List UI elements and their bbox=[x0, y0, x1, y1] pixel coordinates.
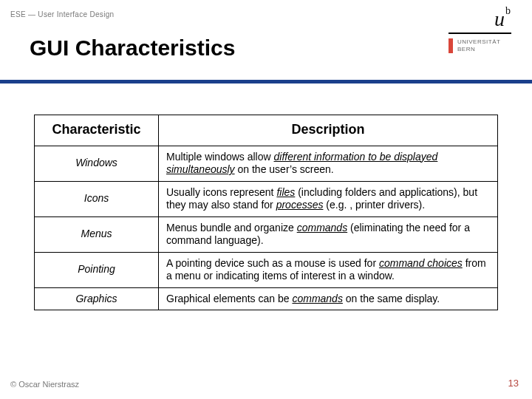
cell-name: Pointing bbox=[35, 252, 159, 287]
footer-copyright: © Oscar Nierstrasz bbox=[10, 380, 79, 389]
cell-desc: Multiple windows allow different informa… bbox=[159, 146, 498, 181]
cell-desc: Graphical elements can be commands on th… bbox=[159, 287, 498, 310]
cell-name: Menus bbox=[35, 216, 159, 252]
cell-desc: A pointing device such as a mouse is use… bbox=[159, 252, 498, 287]
table-row: Windows Multiple windows allow different… bbox=[35, 146, 498, 181]
table-row: Pointing A pointing device such as a mou… bbox=[35, 252, 498, 287]
cell-desc: Usually icons represent files (including… bbox=[159, 181, 498, 216]
characteristics-table: Characteristic Description Windows Multi… bbox=[34, 115, 498, 310]
th-characteristic: Characteristic bbox=[35, 115, 159, 146]
title-divider bbox=[0, 80, 532, 83]
cell-name: Icons bbox=[35, 181, 159, 216]
cell-name: Windows bbox=[35, 146, 159, 181]
table-header-row: Characteristic Description bbox=[35, 115, 498, 146]
table-row: Graphics Graphical elements can be comma… bbox=[35, 287, 498, 310]
cell-desc: Menus bundle and organize commands (elim… bbox=[159, 216, 498, 252]
table-row: Icons Usually icons represent files (inc… bbox=[35, 181, 498, 216]
logo-u: u bbox=[494, 7, 505, 30]
logo-line2: BERN bbox=[457, 46, 511, 53]
page-title: GUI Characteristics bbox=[30, 35, 235, 61]
page-number: 13 bbox=[508, 378, 519, 389]
logo-institution: UNIVERSITÄT BERN bbox=[449, 38, 511, 53]
breadcrumb: ESE — User Interface Design bbox=[10, 10, 114, 18]
logo-line1: UNIVERSITÄT bbox=[457, 38, 511, 46]
characteristics-table-wrap: Characteristic Description Windows Multi… bbox=[34, 115, 498, 310]
university-logo: ub UNIVERSITÄT BERN bbox=[449, 7, 511, 53]
table-row: Menus Menus bundle and organize commands… bbox=[35, 216, 498, 252]
cell-name: Graphics bbox=[35, 287, 159, 310]
logo-b: b bbox=[505, 5, 511, 16]
th-description: Description bbox=[159, 115, 498, 146]
logo-divider bbox=[449, 33, 511, 34]
